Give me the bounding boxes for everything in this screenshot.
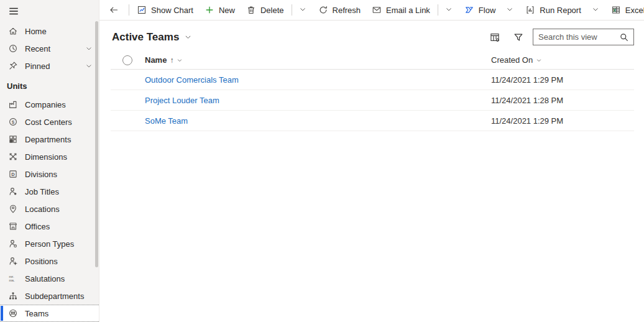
sidebar-item-label: Dimensions [25,152,67,162]
back-button[interactable] [101,0,127,20]
new-button[interactable]: New [199,0,241,20]
teams-grid: Name ↑ Created On Outdoor Comercials Tea… [99,51,644,322]
button-label: Delete [260,6,284,15]
select-all-cell [111,55,145,65]
search-input[interactable] [533,32,619,42]
refresh-icon [318,5,328,15]
run-report-button[interactable]: Run Report [520,0,586,20]
arrows-cross-icon [8,152,18,162]
sidebar-item-recent[interactable]: Recent [0,40,99,57]
chevron-down-icon [505,5,515,15]
button-label: Run Report [540,6,581,15]
sidebar-scrollbar[interactable] [95,21,98,267]
chevron-down-icon[interactable] [177,57,183,63]
button-label: Excel Templates [625,6,644,15]
command-bar: Show Chart New Delete Refresh Email a Li… [99,0,644,21]
person-badge-icon [8,186,18,196]
chevron-down-icon[interactable] [85,45,93,52]
chevron-down-icon [298,5,308,15]
sidebar-item-label: Pinned [25,62,50,71]
building-icon [8,221,18,231]
run-report-dropdown-button[interactable] [587,0,605,20]
button-label: Show Chart [151,6,193,15]
sidebar-item-salutations[interactable]: mr.ms. Salutations [0,270,99,287]
delete-button[interactable]: Delete [241,0,290,20]
table-row[interactable]: SoMe Team 11/24/2021 1:29 PM [111,111,634,131]
plus-icon [205,5,214,15]
trash-icon [246,5,256,15]
column-label: Created On [491,55,533,65]
email-a-link-button[interactable]: Email a Link [366,0,436,20]
table-row[interactable]: Outdoor Comercials Team 11/24/2021 1:29 … [111,70,634,90]
team-name-link[interactable]: SoMe Team [145,116,491,126]
sidebar-item-label: Offices [25,222,50,231]
sidebar-item-teams[interactable]: Teams [0,305,99,322]
sort-ascending-icon: ↑ [170,56,173,65]
chevron-down-icon[interactable] [85,62,93,70]
flow-dropdown-button[interactable] [501,0,520,20]
team-name-link[interactable]: Outdoor Comercials Team [145,75,491,85]
excel-icon: X [611,5,621,15]
chevron-down-icon[interactable] [536,57,542,63]
person-gear-icon [8,256,18,266]
sidebar-item-pinned[interactable]: Pinned [0,57,99,75]
column-header-name[interactable]: Name ↑ [145,55,491,65]
button-label: Email a Link [386,6,430,15]
sidebar-item-companies[interactable]: Companies [0,96,99,113]
email-dropdown-button[interactable] [440,0,459,20]
sidebar-item-label: Person Types [25,239,74,249]
sidebar-item-departments[interactable]: Departments [0,131,99,148]
factory-icon [8,99,18,109]
report-icon [525,5,535,15]
view-selector-chevron-icon[interactable] [184,33,192,41]
sidebar-item-label: Recent [25,44,50,53]
flow-icon [464,5,474,15]
svg-text:D: D [11,172,15,177]
sidebar: Home Recent Pinned Units Companies $ Cos… [0,0,99,322]
sidebar-item-label: Subdepartments [25,292,84,301]
sidebar-item-subdepartments[interactable]: Subdepartments [0,287,99,305]
hamburger-menu-icon[interactable] [0,0,99,22]
svg-text:X: X [613,8,616,12]
team-name-link[interactable]: Project Louder Team [145,96,491,105]
table-row[interactable]: Project Louder Team 11/24/2021 1:28 PM [111,90,634,111]
column-header-created-on[interactable]: Created On [491,55,542,65]
clock-icon [8,44,18,53]
sidebar-item-cost-centers[interactable]: $ Cost Centers [0,113,99,131]
sidebar-item-label: Locations [25,205,60,214]
created-on-value: 11/24/2021 1:29 PM [491,116,563,126]
edit-columns-icon[interactable] [488,30,502,44]
teams-icon [8,308,18,318]
filter-icon[interactable] [512,30,525,44]
map-pin-icon [8,204,18,214]
sidebar-item-person-types[interactable]: Person Types [0,235,99,252]
created-on-value: 11/24/2021 1:29 PM [491,75,563,85]
delete-dropdown-button[interactable] [294,0,313,20]
sidebar-item-locations[interactable]: Locations [0,200,99,218]
email-icon [372,5,382,15]
show-chart-button[interactable]: Show Chart [131,0,199,20]
salutation-icon: mr.ms. [8,274,18,283]
button-label: Flow [479,6,495,15]
sidebar-item-job-titles[interactable]: Job Titles [0,183,99,200]
sidebar-item-home[interactable]: Home [0,22,99,40]
refresh-button[interactable]: Refresh [313,0,367,20]
sidebar-item-positions[interactable]: Positions [0,252,99,270]
sidebar-item-divisions[interactable]: D Divisions [0,165,99,183]
sidebar-item-label: Cost Centers [25,117,72,127]
excel-templates-button[interactable]: X Excel Templates [605,0,644,20]
select-all-checkbox[interactable] [122,55,132,65]
toolbar-divider [292,4,292,16]
person-circle-icon [8,239,18,249]
sidebar-item-dimensions[interactable]: Dimensions [0,148,99,165]
flow-button[interactable]: Flow [459,0,501,20]
grid-header-row: Name ↑ Created On [111,51,634,70]
created-on-value: 11/24/2021 1:28 PM [491,96,563,105]
sidebar-item-offices[interactable]: Offices [0,218,99,235]
view-title[interactable]: Active Teams [112,31,179,44]
sidebar-item-label: Salutations [25,274,65,283]
grid-icon [8,134,18,144]
search-icon[interactable] [619,32,629,42]
pin-icon [8,61,18,71]
column-label: Name [145,55,167,65]
